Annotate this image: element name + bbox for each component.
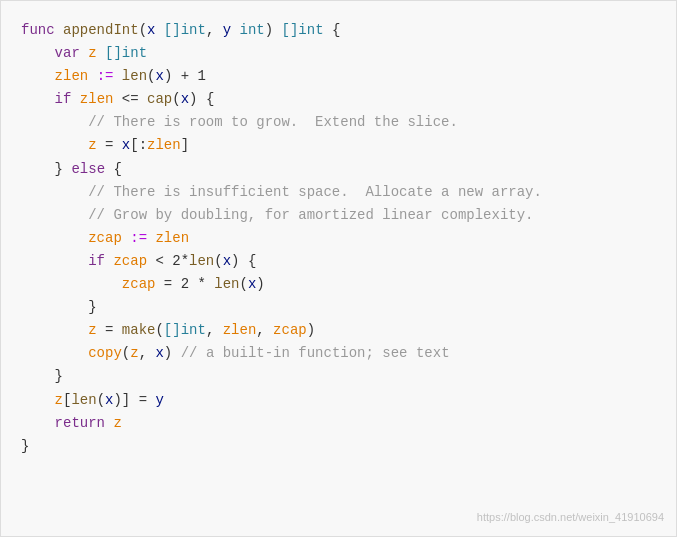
code-line-9: // Grow by doubling, for amortized linea… [21, 204, 656, 227]
watermark: https://blog.csdn.net/weixin_41910694 [477, 508, 664, 526]
code-block: func appendInt(x []int, y int) []int { v… [0, 0, 677, 537]
code-line-12: zcap = 2 * len(x) [21, 273, 656, 296]
code-line-5: // There is room to grow. Extend the sli… [21, 111, 656, 134]
code-line-2: var z []int [21, 42, 656, 65]
code-line-3: zlen := len(x) + 1 [21, 65, 656, 88]
code-line-11: if zcap < 2*len(x) { [21, 250, 656, 273]
code-container: func appendInt(x []int, y int) []int { v… [21, 19, 656, 458]
code-line-6: z = x[:zlen] [21, 134, 656, 157]
code-line-4: if zlen <= cap(x) { [21, 88, 656, 111]
code-line-7: } else { [21, 158, 656, 181]
code-line-8: // There is insufficient space. Allocate… [21, 181, 656, 204]
code-line-19: } [21, 435, 656, 458]
code-line-13: } [21, 296, 656, 319]
code-line-15: copy(z, x) // a built-in function; see t… [21, 342, 656, 365]
code-line-17: z[len(x)] = y [21, 389, 656, 412]
code-line-14: z = make([]int, zlen, zcap) [21, 319, 656, 342]
code-line-10: zcap := zlen [21, 227, 656, 250]
code-line-18: return z [21, 412, 656, 435]
code-line-1: func appendInt(x []int, y int) []int { [21, 19, 656, 42]
code-line-16: } [21, 365, 656, 388]
